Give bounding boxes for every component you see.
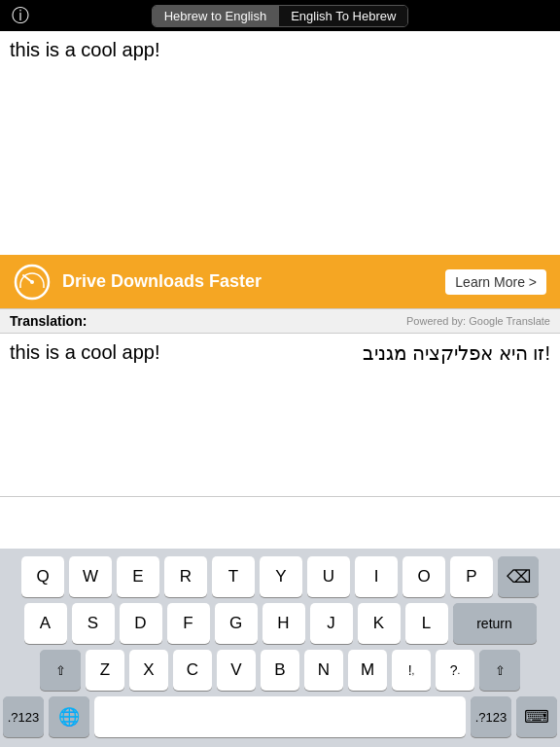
return-key[interactable]: return [453, 603, 537, 644]
ad-text: Drive Downloads Faster [62, 271, 434, 292]
tab-english-to-hebrew[interactable]: English To Hebrew [279, 6, 407, 26]
shift-key[interactable]: ⇧ [40, 650, 81, 691]
key-z[interactable]: Z [86, 650, 124, 691]
keyboard-row-2: A S D F G H J K L return [3, 603, 557, 644]
translation-label-bar: Translation: Powered by: Google Translat… [0, 308, 560, 334]
key-a[interactable]: A [24, 603, 67, 644]
key-y[interactable]: Y [260, 556, 302, 597]
key-exclaim[interactable]: !, [392, 650, 431, 691]
keyboard: Q W E R T Y U I O P ⌫ A S D F G H J K L … [0, 549, 560, 747]
shift-key-right[interactable]: ⇧ [479, 650, 520, 691]
info-icon[interactable]: ⓘ [12, 7, 29, 24]
translation-area: this is a cool app! !זו היא אפליקציה מגנ… [0, 334, 560, 497]
key-c[interactable]: C [173, 650, 212, 691]
key-m[interactable]: M [348, 650, 387, 691]
key-u[interactable]: U [307, 556, 350, 597]
translation-rtl-text: !זו היא אפליקציה מגניב [363, 341, 550, 365]
key-v[interactable]: V [217, 650, 256, 691]
key-t[interactable]: T [212, 556, 255, 597]
key-k[interactable]: K [358, 603, 401, 644]
tab-group: Hebrew to English English To Hebrew [152, 5, 409, 27]
ad-banner: Drive Downloads Faster Learn More > [0, 255, 560, 308]
key-d[interactable]: D [120, 603, 162, 644]
svg-point-1 [30, 280, 34, 284]
input-area[interactable]: this is a cool app! [0, 31, 560, 255]
translation-ltr-text: this is a cool app! [10, 341, 160, 364]
keyboard-row-1: Q W E R T Y U I O P ⌫ [3, 556, 557, 597]
key-w[interactable]: W [69, 556, 112, 597]
key-l[interactable]: L [405, 603, 448, 644]
keyboard-row-3: ⇧ Z X C V B N M !, ?. ⇧ [3, 650, 557, 691]
keyboard-row-bottom: .?123 🌐 .?123 ⌨ [3, 696, 557, 737]
key-b[interactable]: B [261, 650, 299, 691]
backspace-key[interactable]: ⌫ [498, 556, 539, 597]
globe-key[interactable]: 🌐 [49, 696, 89, 737]
powered-by-label: Powered by: Google Translate [406, 315, 550, 327]
input-text: this is a cool app! [10, 39, 160, 60]
key-h[interactable]: H [262, 603, 305, 644]
speedometer-icon [14, 264, 51, 301]
key-q[interactable]: Q [21, 556, 64, 597]
keyboard-dismiss-key[interactable]: ⌨ [516, 696, 557, 737]
tab-hebrew-to-english[interactable]: Hebrew to English [153, 6, 279, 26]
key-o[interactable]: O [402, 556, 445, 597]
top-bar: ⓘ Hebrew to English English To Hebrew [0, 0, 560, 31]
key-p[interactable]: P [450, 556, 493, 597]
num-key-left[interactable]: .?123 [3, 696, 44, 737]
translation-label: Translation: [10, 313, 87, 329]
key-r[interactable]: R [164, 556, 207, 597]
key-e[interactable]: E [117, 556, 159, 597]
key-n[interactable]: N [304, 650, 343, 691]
key-i[interactable]: I [355, 556, 398, 597]
key-s[interactable]: S [72, 603, 115, 644]
num-key-right[interactable]: .?123 [471, 696, 511, 737]
key-g[interactable]: G [215, 603, 258, 644]
key-question[interactable]: ?. [436, 650, 474, 691]
space-key[interactable] [94, 696, 466, 737]
key-j[interactable]: J [310, 603, 353, 644]
learn-more-button[interactable]: Learn More > [445, 269, 546, 295]
key-x[interactable]: X [129, 650, 168, 691]
key-f[interactable]: F [167, 603, 210, 644]
